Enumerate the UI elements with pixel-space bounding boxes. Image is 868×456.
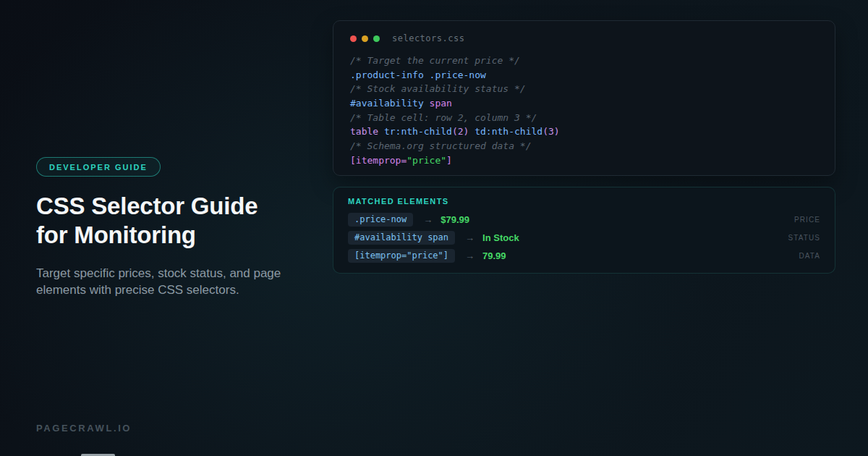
- code-line: [itemprop="price"]: [350, 153, 818, 168]
- code-line: #availability span: [350, 96, 818, 111]
- code-area: /* Target the current price */.product-i…: [333, 46, 835, 168]
- matched-value: $79.99: [441, 214, 469, 225]
- row-type-label: PRICE: [794, 216, 820, 224]
- code-line: table tr:nth-child(2) td:nth-child(3): [350, 124, 818, 139]
- matched-value: In Stock: [482, 232, 519, 243]
- matched-elements-header: MATCHED ELEMENTS: [348, 197, 820, 206]
- badge-label: DEVELOPER GUIDE: [49, 163, 148, 172]
- social-card: DEVELOPER GUIDE CSS Selector Guide for M…: [0, 0, 868, 456]
- traffic-light-minimize-icon[interactable]: [362, 35, 368, 42]
- editor-header: selectors.css: [333, 21, 835, 46]
- selector-chip: .price-now: [348, 213, 413, 227]
- editor-filename: selectors.css: [392, 33, 464, 43]
- traffic-light-close-icon[interactable]: [350, 35, 357, 42]
- title-line-1: CSS Selector Guide: [36, 193, 258, 219]
- arrow-icon: →: [465, 250, 475, 261]
- matched-row: .price-now→$79.99PRICE: [348, 212, 820, 227]
- matched-row: [itemprop="price"]→79.99DATA: [348, 248, 820, 263]
- matched-elements-panel: MATCHED ELEMENTS .price-now→$79.99PRICE#…: [333, 187, 835, 274]
- row-type-label: STATUS: [788, 234, 820, 242]
- brand-logo: PAGECRAWL.IO: [36, 423, 132, 434]
- developer-guide-badge: DEVELOPER GUIDE: [36, 157, 161, 177]
- traffic-lights: [350, 35, 380, 42]
- selector-chip: [itemprop="price"]: [348, 249, 455, 263]
- arrow-icon: →: [465, 232, 475, 243]
- page-title: CSS Selector Guide for Monitoring: [36, 192, 340, 249]
- title-line-2: for Monitoring: [36, 221, 196, 248]
- code-line: /* Target the current price */: [350, 54, 818, 68]
- code-line: /* Table cell: row 2, column 3 */: [350, 111, 818, 125]
- code-line: .product-info .price-now: [350, 68, 818, 83]
- code-editor-window: selectors.css /* Target the current pric…: [333, 20, 835, 176]
- code-line: /* Stock availability status */: [350, 82, 818, 96]
- row-type-label: DATA: [799, 252, 820, 260]
- selector-chip: #availability span: [348, 231, 455, 245]
- arrow-icon: →: [423, 214, 433, 225]
- traffic-light-zoom-icon[interactable]: [373, 35, 380, 42]
- matched-row: #availability span→In StockSTATUS: [348, 230, 820, 245]
- matched-value: 79.99: [482, 250, 506, 261]
- code-line: /* Schema.org structured data */: [350, 139, 818, 153]
- page-subtitle: Target specific prices, stock status, an…: [36, 265, 297, 299]
- matched-rows: .price-now→$79.99PRICE#availability span…: [348, 212, 820, 263]
